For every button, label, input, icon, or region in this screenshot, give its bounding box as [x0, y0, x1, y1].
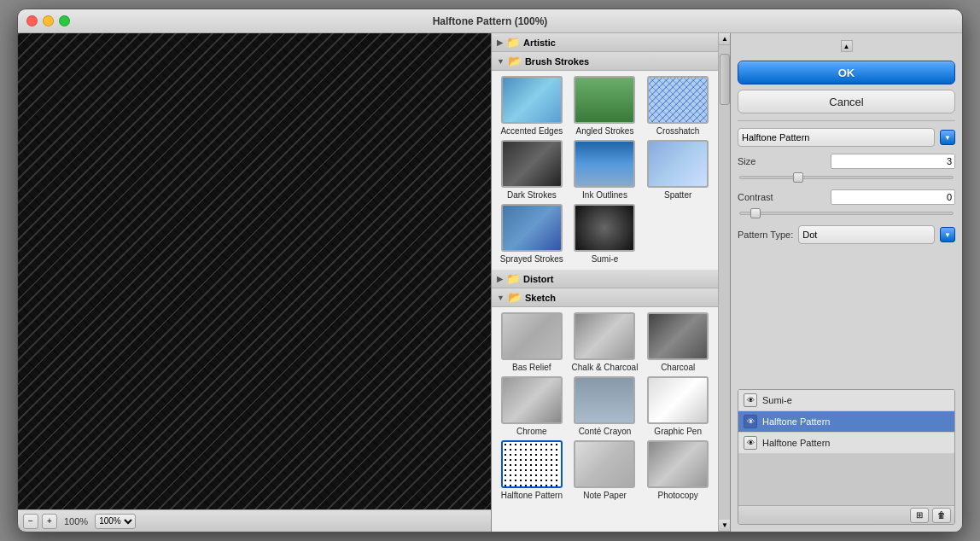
- filter-bas-relief[interactable]: Bas Relief: [497, 312, 567, 373]
- size-slider-track[interactable]: [739, 176, 954, 179]
- filter-scroll[interactable]: ▶ 📁 Artistic ▼ 📂 Brush Strokes Accented: [492, 33, 718, 532]
- settings-panel: ▲ OK Cancel Halftone Pattern ▼ Size: [731, 33, 962, 532]
- size-input[interactable]: [831, 154, 955, 169]
- zoom-in-button[interactable]: +: [42, 514, 57, 529]
- pattern-type-row: Pattern Type: Dot Line Circle ▼: [738, 225, 955, 244]
- panel-scroll-up[interactable]: ▲: [841, 40, 853, 52]
- pattern-type-dropdown-arrow[interactable]: ▼: [940, 227, 955, 242]
- filter-select[interactable]: Halftone Pattern: [738, 128, 935, 147]
- thumb-ink-outlines: [574, 140, 635, 188]
- thumb-spatter: [647, 140, 709, 188]
- label-ink-outlines: Ink Outlines: [582, 190, 627, 201]
- filter-dark-strokes[interactable]: Dark Strokes: [497, 140, 567, 201]
- filter-dropdown-row: Halftone Pattern ▼: [738, 128, 955, 147]
- zoom-out-button[interactable]: −: [23, 514, 38, 529]
- filter-crosshatch[interactable]: Crosshatch: [643, 76, 713, 137]
- label-bas-relief: Bas Relief: [512, 363, 551, 373]
- thumb-accented-edges: [501, 76, 563, 124]
- label-photocopy: Photocopy: [658, 491, 698, 501]
- cancel-button[interactable]: Cancel: [738, 90, 955, 113]
- filter-graphic-pen[interactable]: Graphic Pen: [643, 376, 713, 437]
- category-artistic[interactable]: ▶ 📁 Artistic: [492, 33, 718, 52]
- main-window: Halftone Pattern (100%) − + 100% 100%: [17, 9, 963, 532]
- sketch-folder-icon: 📂: [508, 291, 522, 304]
- maximize-button[interactable]: [59, 15, 70, 26]
- close-button[interactable]: [26, 15, 38, 26]
- pattern-type-select[interactable]: Dot Line Circle: [798, 225, 935, 244]
- label-charcoal: Charcoal: [661, 363, 695, 373]
- ok-button[interactable]: OK: [738, 61, 955, 84]
- layer-name-halftone-1: Halftone Pattern: [762, 416, 831, 427]
- thumb-angled-strokes: [574, 76, 635, 124]
- scroll-track: [719, 45, 730, 520]
- filter-halftone-pattern[interactable]: Halftone Pattern: [497, 440, 567, 501]
- filter-accented-edges[interactable]: Accented Edges: [497, 76, 567, 137]
- filter-spatter[interactable]: Spatter: [643, 140, 713, 201]
- filter-note-paper[interactable]: Note Paper: [570, 440, 640, 501]
- filter-charcoal[interactable]: Charcoal: [643, 312, 713, 373]
- category-sketch[interactable]: ▼ 📂 Sketch: [492, 288, 718, 307]
- filter-angled-strokes[interactable]: Angled Strokes: [570, 76, 640, 137]
- new-layer-button[interactable]: ⊞: [910, 508, 929, 523]
- window-title: Halftone Pattern (100%): [433, 15, 548, 27]
- filter-sprayed-strokes[interactable]: Sprayed Strokes: [497, 204, 567, 265]
- filter-conte-crayon[interactable]: Conté Crayon: [570, 376, 640, 437]
- layer-item-halftone-1[interactable]: 👁 Halftone Pattern: [738, 411, 954, 433]
- minimize-button[interactable]: [43, 15, 54, 26]
- sketch-label: Sketch: [525, 293, 556, 303]
- contrast-slider-thumb[interactable]: [750, 208, 761, 218]
- brush-strokes-label: Brush Strokes: [525, 56, 589, 67]
- filter-scrollbar[interactable]: ▲ ▼: [718, 33, 730, 532]
- filter-sumie[interactable]: Sumi-e: [570, 204, 640, 265]
- scroll-down-button[interactable]: ▼: [719, 520, 730, 532]
- halftone-preview: [18, 33, 491, 509]
- label-sumie: Sumi-e: [592, 254, 619, 265]
- size-slider-thumb[interactable]: [793, 172, 803, 183]
- layer-visibility-halftone-1[interactable]: 👁: [744, 415, 757, 428]
- layers-empty-area: [738, 454, 954, 505]
- filter-chalk-charcoal[interactable]: Chalk & Charcoal: [570, 312, 640, 373]
- spacer: [738, 251, 955, 384]
- thumb-bas-relief: [501, 312, 563, 360]
- scroll-up-button[interactable]: ▲: [719, 33, 730, 45]
- pattern-type-label: Pattern Type:: [738, 230, 793, 240]
- contrast-input[interactable]: [831, 189, 955, 205]
- artistic-label: Artistic: [523, 38, 556, 48]
- thumb-chrome: [501, 376, 563, 424]
- thumb-chalk-charcoal: [574, 312, 635, 360]
- artistic-folder-icon: 📁: [506, 36, 520, 49]
- main-content: − + 100% 100% ▶ 📁 Artistic: [18, 33, 962, 532]
- sketch-grid: Bas Relief Chalk & Charcoal Charcoal: [492, 307, 718, 506]
- preview-canvas: [18, 33, 491, 509]
- contrast-slider-track[interactable]: [739, 212, 954, 215]
- layer-visibility-halftone-2[interactable]: 👁: [744, 436, 757, 450]
- layer-item-sumie[interactable]: 👁 Sumi-e: [738, 390, 954, 411]
- thumb-note-paper: [574, 440, 635, 488]
- filter-dropdown-arrow[interactable]: ▼: [940, 130, 955, 145]
- layer-visibility-sumie[interactable]: 👁: [744, 393, 757, 407]
- brush-strokes-arrow: ▼: [497, 57, 505, 66]
- filter-chrome[interactable]: Chrome: [497, 376, 567, 437]
- filter-ink-outlines[interactable]: Ink Outlines: [570, 140, 640, 201]
- thumb-dark-strokes: [501, 140, 563, 188]
- label-graphic-pen: Graphic Pen: [654, 427, 702, 437]
- delete-layer-button[interactable]: 🗑: [932, 508, 951, 523]
- thumb-charcoal: [647, 312, 709, 360]
- zoom-select[interactable]: 100%: [95, 514, 136, 529]
- zoom-value: 100%: [61, 516, 91, 526]
- label-angled-strokes: Angled Strokes: [576, 126, 634, 137]
- category-distort[interactable]: ▶ 📁 Distort: [492, 270, 718, 288]
- filter-photocopy[interactable]: Photocopy: [643, 440, 713, 501]
- label-chrome: Chrome: [516, 427, 547, 437]
- contrast-label: Contrast: [738, 192, 785, 202]
- preview-panel: − + 100% 100%: [18, 33, 492, 532]
- label-conte-crayon: Conté Crayon: [579, 427, 632, 437]
- distort-arrow: ▶: [497, 275, 503, 283]
- scroll-thumb[interactable]: [720, 54, 730, 105]
- label-sprayed-strokes: Sprayed Strokes: [500, 254, 563, 265]
- category-brush-strokes[interactable]: ▼ 📂 Brush Strokes: [492, 52, 718, 71]
- filter-panel-inner: ▶ 📁 Artistic ▼ 📂 Brush Strokes Accented: [492, 33, 730, 532]
- thumb-sprayed-strokes: [501, 204, 563, 252]
- thumb-conte-crayon: [574, 376, 635, 424]
- layer-item-halftone-2[interactable]: 👁 Halftone Pattern: [738, 433, 954, 454]
